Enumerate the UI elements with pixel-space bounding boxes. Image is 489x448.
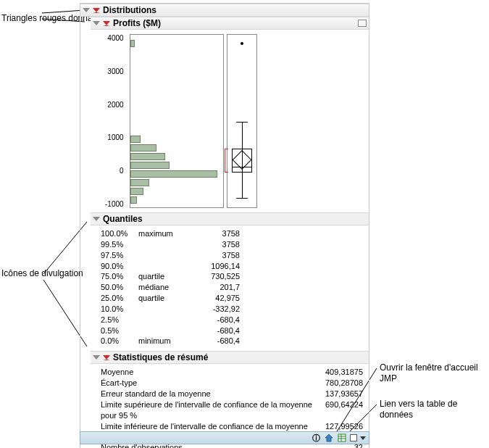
table-row: 2.5%-680,4: [101, 315, 363, 325]
popup-icon[interactable]: [358, 20, 367, 27]
table-row: 100.0%maximum3758: [101, 228, 363, 239]
table-row: 0.5%-680,4: [101, 325, 363, 336]
disclosure-icon[interactable]: [93, 21, 100, 25]
table-row: 75.0%quartile730,525: [101, 271, 363, 282]
chart-area: 4000 3000 2000 1000 0 -1000: [80, 30, 369, 212]
summary-title: Statistiques de résumé: [113, 352, 208, 362]
svg-marker-6: [325, 434, 333, 441]
ytick: -1000: [105, 200, 124, 208]
marker-square[interactable]: [350, 434, 357, 441]
quantiles-header[interactable]: Quantiles: [91, 212, 369, 225]
annot-disclosure: Icônes de divulgation: [1, 268, 83, 279]
red-triangle-icon[interactable]: [103, 355, 110, 360]
ytick: 0: [120, 167, 124, 175]
data-table-link-icon[interactable]: [337, 433, 347, 443]
histogram[interactable]: [130, 34, 224, 208]
table-row: Limite supérieure de l'intervalle de con…: [101, 399, 363, 421]
quantiles-title: Quantiles: [103, 214, 143, 224]
table-row: 0.0%minimum-680,4: [101, 336, 363, 347]
table-row: 99.5%3758: [101, 239, 363, 250]
annot-open-home: Ouvrir la fenêtre d'accueil JMP: [380, 362, 489, 384]
profits-title: Profits ($M): [113, 18, 161, 28]
red-triangle-icon[interactable]: [93, 8, 100, 13]
dropdown-icon[interactable]: [360, 436, 366, 440]
profits-header[interactable]: Profits ($M): [91, 17, 369, 30]
distributions-panel: Distributions Profits ($M) 4000 3000 200…: [80, 3, 369, 448]
boxplot[interactable]: [227, 34, 257, 208]
ytick: 1000: [107, 133, 123, 141]
disclosure-icon[interactable]: [93, 217, 100, 221]
table-row: 90.0%1096,14: [101, 261, 363, 272]
table-row: 25.0%quartile42,975: [101, 293, 363, 304]
table-row: Écart-type780,28708: [101, 378, 363, 389]
distributions-title: Distributions: [103, 5, 156, 15]
status-bar: ⓘ: [80, 431, 369, 444]
distributions-header[interactable]: Distributions: [80, 4, 369, 17]
table-row: 10.0%-332,92: [101, 304, 363, 315]
red-triangle-icon[interactable]: [103, 21, 110, 26]
y-axis: 4000 3000 2000 1000 0 -1000: [105, 34, 127, 208]
annot-data-link: Lien vers la table de données: [380, 399, 489, 420]
table-row: 50.0%médiane201,7: [101, 282, 363, 293]
ytick: 2000: [107, 101, 123, 109]
ytick: 3000: [107, 67, 123, 75]
table-row: Moyenne409,31875: [101, 367, 363, 378]
home-icon[interactable]: [324, 433, 334, 443]
quantiles-table: 100.0%maximum375899.5%375897.5%375890.0%…: [80, 225, 369, 351]
table-row: Erreur standard de la moyenne137,93657: [101, 389, 363, 399]
svg-rect-7: [338, 434, 346, 441]
ytick: 4000: [107, 34, 123, 42]
summary-header[interactable]: Statistiques de résumé: [91, 351, 369, 364]
disclosure-icon[interactable]: [93, 355, 100, 360]
info-icon[interactable]: ⓘ: [311, 433, 321, 443]
table-row: 97.5%3758: [101, 250, 363, 261]
disclosure-icon[interactable]: [83, 8, 90, 12]
